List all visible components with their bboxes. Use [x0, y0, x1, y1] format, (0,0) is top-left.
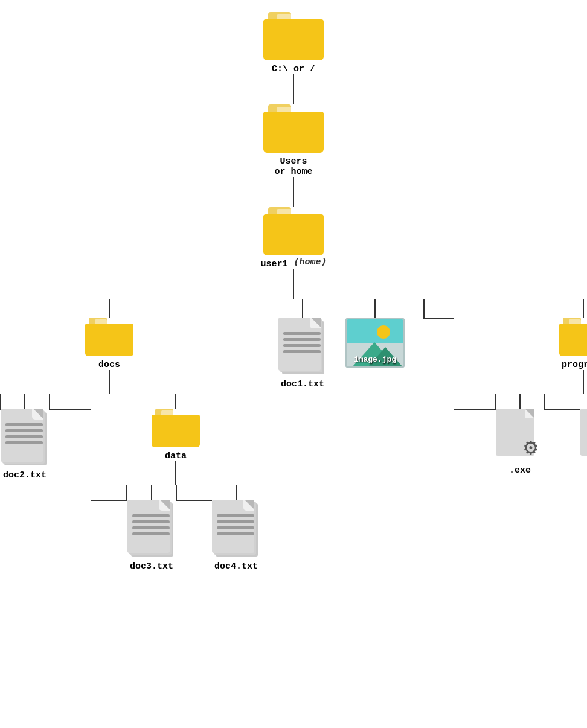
doc3-col: doc3.txt	[127, 485, 176, 572]
exe2-col: ⚙ .exe	[580, 394, 587, 476]
data-branch-right	[176, 485, 212, 501]
data-children-row: doc3.txt	[91, 485, 260, 572]
prog-branch-left	[454, 394, 496, 410]
exe2-icon: ⚙	[580, 409, 587, 462]
doc2-label: doc2.txt	[3, 470, 47, 481]
line-to-docs	[109, 299, 110, 318]
root-folder-icon	[263, 12, 324, 60]
line-user1-branch	[293, 269, 294, 299]
programs-children-row: ⚙ .exe ⚙	[454, 394, 587, 476]
doc3-icon	[127, 500, 176, 558]
docs-node: docs	[85, 318, 133, 370]
programs-col: programs ⚙	[454, 299, 587, 476]
users-folder-icon	[263, 104, 324, 153]
exe1-gear-icon: ⚙	[518, 435, 544, 462]
programs-node: programs	[559, 318, 587, 370]
line-docs-children	[109, 370, 110, 394]
user1-label: user1	[260, 259, 287, 269]
users-label: Users or home	[274, 156, 312, 177]
user1-home-note: (home)	[294, 257, 327, 267]
line-users-user1	[293, 177, 294, 207]
root-node: C:\ or /	[263, 12, 324, 74]
doc2-icon	[1, 409, 49, 467]
users-node: Users or home	[263, 104, 324, 177]
file-tree: C:\ or / Users or home user1 (home)	[0, 0, 587, 572]
data-branch-left	[91, 485, 127, 501]
root-label: C:\ or /	[272, 64, 315, 74]
data-node: data	[152, 409, 200, 461]
line-to-doc1	[302, 299, 303, 318]
line-to-image	[374, 299, 376, 318]
docs-branch-right	[49, 394, 91, 410]
line-to-programs	[583, 299, 584, 318]
user1-folder-icon	[263, 207, 324, 255]
doc4-col: doc4.txt	[212, 485, 260, 572]
prog-branch-mid	[544, 394, 580, 410]
exe1-icon: ⚙	[496, 409, 544, 462]
line-programs-children	[583, 370, 584, 394]
data-folder-icon	[152, 409, 200, 447]
data-label: data	[165, 451, 187, 461]
doc3-label: doc3.txt	[130, 561, 173, 572]
docs-label: docs	[98, 360, 120, 370]
data-col: data	[91, 394, 260, 572]
image-col: image.jpg	[345, 299, 405, 368]
line-root-users	[293, 74, 294, 104]
user1-branch-row: docs	[0, 299, 587, 572]
doc2-col: doc2.txt	[1, 394, 49, 481]
image-icon: image.jpg	[345, 318, 405, 368]
image-label: image.jpg	[347, 355, 403, 364]
branch-right-cap	[423, 299, 454, 319]
doc1-icon	[278, 318, 327, 375]
doc1-col: doc1.txt	[278, 299, 327, 389]
line-data-children	[175, 461, 176, 485]
doc4-label: doc4.txt	[214, 561, 258, 572]
programs-folder-icon	[559, 318, 587, 356]
exe1-label: .exe	[509, 465, 531, 476]
doc1-label: doc1.txt	[281, 379, 324, 389]
docs-folder-icon	[85, 318, 133, 356]
docs-children-row: doc2.txt	[0, 394, 260, 572]
exe1-col: ⚙ .exe	[496, 394, 544, 476]
user1-node: user1 (home)	[260, 207, 326, 269]
doc4-icon	[212, 500, 260, 558]
programs-label: programs	[562, 360, 587, 370]
docs-branch-col: docs	[0, 299, 260, 572]
